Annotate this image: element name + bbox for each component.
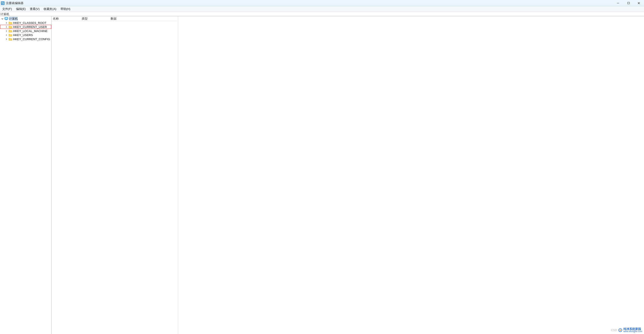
menubar: 文件(F) 编辑(E) 查看(V) 收藏夹(A) 帮助(H) [0, 6, 644, 12]
regedit-icon [1, 1, 4, 5]
svg-rect-6 [628, 2, 629, 4]
menu-favorites[interactable]: 收藏夹(A) [43, 6, 57, 11]
column-header-name[interactable]: 名称 [52, 16, 80, 21]
chevron-right-icon[interactable] [5, 29, 8, 32]
chevron-down-icon[interactable] [1, 17, 4, 20]
close-icon [638, 2, 640, 4]
folder-icon [8, 21, 12, 24]
chevron-right-icon[interactable] [5, 38, 8, 40]
column-header-type[interactable]: 类型 [80, 16, 109, 21]
titlebar: 注册表编辑器 [0, 0, 644, 6]
chevron-right-icon[interactable] [5, 34, 8, 36]
tree-pane[interactable]: 计算机 HKEY_CLASSES_ROOT HKEY_CURRENT_USER … [0, 16, 52, 334]
watermark-left: CSD [611, 328, 617, 332]
watermark-sub: www.xitonghe.com [624, 331, 642, 333]
folder-icon [8, 33, 12, 36]
tree-hive-hkcc[interactable]: HKEY_CURRENT_CONFIG [0, 37, 51, 41]
computer-icon [4, 17, 8, 20]
tree-item-label: HKEY_CURRENT_USER [13, 25, 47, 29]
chevron-right-icon[interactable] [5, 21, 8, 24]
svg-rect-11 [6, 20, 7, 20]
address-text: 计算机 [0, 12, 9, 16]
column-divider[interactable] [178, 16, 178, 334]
svg-rect-10 [5, 18, 8, 19]
tree-root-computer[interactable]: 计算机 [0, 17, 51, 21]
minimize-button[interactable] [613, 0, 623, 6]
workspace: 计算机 HKEY_CLASSES_ROOT HKEY_CURRENT_USER … [0, 16, 644, 334]
tree-item-label: HKEY_USERS [13, 33, 33, 37]
menu-help[interactable]: 帮助(H) [60, 6, 71, 11]
tree-hive-hkcu[interactable]: HKEY_CURRENT_USER [0, 25, 51, 29]
svg-rect-1 [2, 2, 2, 3]
tree-hive-hku[interactable]: HKEY_USERS [0, 33, 51, 37]
tree-item-label: HKEY_CLASSES_ROOT [13, 21, 46, 24]
menu-file[interactable]: 文件(F) [2, 6, 12, 11]
watermark: CSD 纯净系统家园 www.xitonghe.com [611, 328, 642, 333]
tree-hive-hkcr[interactable]: HKEY_CLASSES_ROOT [0, 21, 51, 25]
tree-root-label: 计算机 [9, 17, 18, 21]
menu-view[interactable]: 查看(V) [29, 6, 40, 11]
svg-point-13 [620, 330, 621, 331]
list-pane[interactable]: 名称 类型 数据 [52, 16, 644, 334]
minimize-icon [617, 2, 620, 4]
tree-item-label: HKEY_CURRENT_CONFIG [13, 37, 50, 41]
folder-icon [8, 37, 12, 41]
tree-hive-hklm[interactable]: HKEY_LOCAL_MACHINE [0, 29, 51, 33]
window-title: 注册表编辑器 [6, 1, 24, 5]
svg-rect-4 [3, 3, 4, 4]
list-header: 名称 类型 数据 [52, 16, 177, 21]
address-bar[interactable]: 计算机 [0, 12, 644, 16]
svg-rect-2 [3, 2, 4, 3]
chevron-right-icon[interactable] [5, 25, 8, 28]
svg-rect-3 [2, 3, 2, 4]
close-button[interactable] [634, 0, 644, 6]
folder-icon [8, 25, 12, 28]
folder-icon [8, 29, 12, 32]
menu-edit[interactable]: 编辑(E) [16, 6, 26, 11]
tree-item-label: HKEY_LOCAL_MACHINE [13, 29, 48, 33]
maximize-icon [627, 2, 630, 4]
column-header-data[interactable]: 数据 [109, 16, 177, 21]
watermark-logo-icon [618, 328, 622, 332]
maximize-button[interactable] [623, 0, 634, 6]
